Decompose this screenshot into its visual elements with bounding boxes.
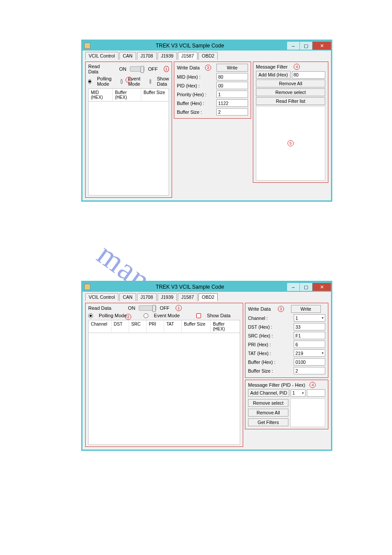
mid-label: MID (Hex) :: [177, 74, 216, 80]
tab-vcil-control[interactable]: VCIL Control: [85, 52, 119, 60]
message-filter-title: Message Filter (PID - Hex): [248, 382, 305, 388]
buffer-label: Buffer (Hex) :: [177, 101, 216, 106]
buffer-size-input[interactable]: [216, 108, 248, 116]
pri-input[interactable]: [294, 341, 325, 348]
message-filter-panel: Message Filter 4 Add Mid (Hex) Remove Al…: [253, 62, 328, 183]
tab-obd2[interactable]: OBD2: [198, 52, 218, 60]
col-buffer-size[interactable]: Buffer Size: [141, 89, 169, 101]
get-filters-button[interactable]: Get Filters: [248, 418, 288, 426]
titlebar[interactable]: TREK V3 VCIL Sample Code – ▢ ✕: [83, 282, 331, 292]
message-filter-panel: Message Filter (PID - Hex) 4 Add Channel…: [245, 380, 328, 429]
read-data-label: Read Data: [88, 64, 107, 74]
maximize-button[interactable]: ▢: [300, 42, 312, 50]
col-dst[interactable]: DST: [111, 320, 129, 333]
col-mid[interactable]: MID (HEX): [89, 89, 113, 101]
tab-obd2[interactable]: OBD2: [198, 293, 218, 301]
show-data-label: Show Data: [157, 76, 169, 87]
annotation-4: 4: [309, 382, 316, 388]
chevron-down-icon: ▾: [322, 351, 324, 355]
col-tat[interactable]: TAT: [164, 320, 182, 333]
channel-label: Channel :: [248, 316, 294, 321]
annotation-3: 3: [205, 65, 211, 71]
filter-pid-input[interactable]: [307, 389, 325, 397]
channel-select[interactable]: 1▾: [294, 314, 325, 322]
read-data-panel: Read Data ON OFF 1 Polling Mode Event Mo…: [85, 62, 172, 198]
app-icon: [84, 284, 90, 290]
tab-strip: VCIL Control CAN J1708 J1939 J1587 OBD2: [83, 51, 331, 60]
tab-j1939[interactable]: J1939: [158, 293, 177, 301]
titlebar[interactable]: TREK V3 VCIL Sample Code – ▢ ✕: [83, 41, 331, 51]
tab-j1939[interactable]: J1939: [158, 52, 177, 60]
buffer-input[interactable]: [294, 358, 325, 366]
remove-select-button[interactable]: Remove select: [248, 399, 288, 407]
tab-vcil-control[interactable]: VCIL Control: [85, 293, 119, 301]
polling-mode-radio[interactable]: [88, 313, 93, 318]
tab-can[interactable]: CAN: [119, 52, 136, 60]
off-label: OFF: [160, 305, 169, 311]
write-data-title: Write Data: [248, 306, 271, 312]
event-mode-label: Event Mode: [154, 313, 180, 318]
buffer-size-input[interactable]: [294, 367, 325, 374]
priority-label: Priority (Hex) :: [177, 92, 216, 97]
event-mode-radio[interactable]: [121, 79, 122, 84]
priority-input[interactable]: [216, 91, 248, 98]
minimize-button[interactable]: –: [287, 283, 299, 291]
app-window-obd2: TREK V3 VCIL Sample Code – ▢ ✕ VCIL Cont…: [81, 281, 332, 451]
tab-j1587[interactable]: J1587: [178, 293, 198, 301]
read-filter-list-button[interactable]: Read Filter list: [256, 97, 325, 105]
buffer-size-label: Buffer Size :: [177, 109, 216, 115]
read-data-toggle[interactable]: [130, 66, 144, 72]
maximize-button[interactable]: ▢: [300, 283, 312, 291]
close-button[interactable]: ✕: [313, 283, 331, 291]
remove-all-button[interactable]: Remove All: [256, 80, 325, 87]
col-channel[interactable]: Channel: [89, 320, 111, 333]
tab-j1708[interactable]: J1708: [137, 52, 157, 60]
filter-channel-select[interactable]: 1▾: [291, 389, 306, 397]
dst-input[interactable]: [294, 323, 325, 330]
polling-mode-radio[interactable]: [88, 79, 91, 84]
minimize-button[interactable]: –: [287, 42, 299, 50]
src-label: SRC (Hex) :: [248, 333, 294, 338]
col-buffer-size[interactable]: Buffer Size: [182, 320, 211, 333]
mid-input[interactable]: [216, 73, 248, 80]
add-mid-input[interactable]: [292, 71, 326, 79]
close-button[interactable]: ✕: [313, 42, 331, 50]
col-src[interactable]: SRC: [129, 320, 147, 333]
col-pri[interactable]: PRI: [147, 320, 164, 333]
add-mid-button[interactable]: Add Mid (Hex): [256, 71, 291, 79]
tab-j1587[interactable]: J1587: [178, 52, 198, 60]
event-mode-radio[interactable]: [144, 313, 148, 318]
col-buffer-hex[interactable]: Buffer (HEX): [211, 320, 240, 333]
buffer-input[interactable]: [216, 99, 248, 107]
write-button[interactable]: Write: [216, 64, 248, 72]
read-data-toggle[interactable]: [139, 305, 156, 311]
buffer-size-label: Buffer Size :: [248, 368, 294, 374]
read-list-body[interactable]: 2: [88, 333, 240, 445]
annotation-1: 1: [176, 305, 182, 311]
window-title: TREK V3 VCIL Sample Code: [93, 43, 287, 49]
window-title: TREK V3 VCIL Sample Code: [93, 284, 287, 290]
dst-label: DST (Hex) :: [248, 324, 294, 330]
app-window-j1587: TREK V3 VCIL Sample Code – ▢ ✕ VCIL Cont…: [81, 40, 332, 202]
filter-list[interactable]: 5: [256, 106, 325, 181]
read-list-body[interactable]: 2: [88, 102, 169, 196]
tab-can[interactable]: CAN: [119, 293, 136, 301]
pid-input[interactable]: [216, 82, 248, 89]
col-buffer-hex[interactable]: Buffer (HEX): [113, 89, 141, 101]
filter-list[interactable]: [290, 398, 325, 427]
remove-select-button[interactable]: Remove select: [256, 88, 325, 96]
tab-strip: VCIL Control CAN J1708 J1939 J1587 OBD2: [83, 292, 331, 301]
tat-label: TAT (Hex) :: [248, 351, 294, 356]
src-input[interactable]: [294, 332, 325, 339]
read-list-header: MID (HEX) Buffer (HEX) Buffer Size: [88, 88, 169, 102]
read-data-panel: Read Data ON OFF 1 Polling Mode Event Mo…: [85, 303, 243, 447]
tab-j1708[interactable]: J1708: [137, 293, 157, 301]
write-data-panel: Write Data 3 Write Channel :1▾ DST (Hex)…: [245, 303, 328, 378]
write-button[interactable]: Write: [291, 305, 321, 313]
on-label: ON: [128, 305, 136, 311]
show-data-checkbox[interactable]: [150, 79, 151, 84]
show-data-checkbox[interactable]: [196, 313, 201, 318]
remove-all-button[interactable]: Remove All: [248, 409, 288, 417]
tat-select[interactable]: 219▾: [294, 349, 325, 357]
add-channel-pid-button[interactable]: Add Channel, PID: [248, 389, 289, 397]
